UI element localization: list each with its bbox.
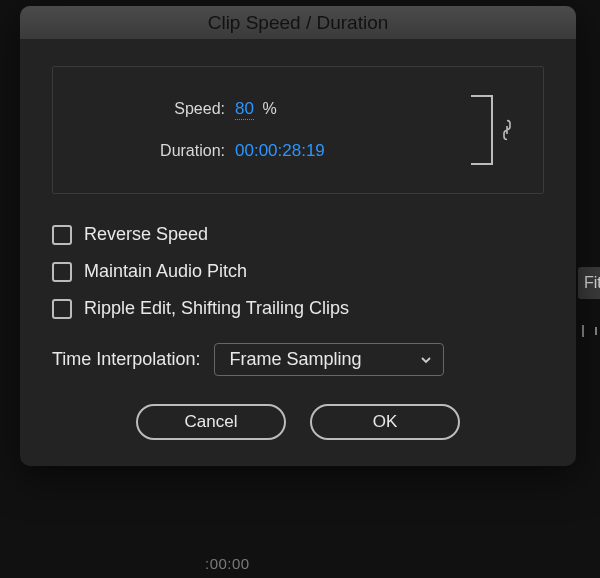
cancel-button-label: Cancel (185, 412, 238, 432)
maintain-pitch-row[interactable]: Maintain Audio Pitch (52, 261, 544, 282)
dialog-titlebar[interactable]: Clip Speed / Duration (20, 6, 576, 40)
speed-value-input[interactable]: 80 (235, 99, 254, 120)
bracket-icon (471, 95, 493, 165)
chevron-down-icon (419, 353, 433, 367)
cancel-button[interactable]: Cancel (136, 404, 286, 440)
ripple-edit-row[interactable]: Ripple Edit, Shifting Trailing Clips (52, 298, 544, 319)
time-interpolation-label: Time Interpolation: (52, 349, 200, 370)
dialog-title: Clip Speed / Duration (208, 12, 389, 34)
reverse-speed-checkbox[interactable] (52, 225, 72, 245)
reverse-speed-label: Reverse Speed (84, 224, 208, 245)
reverse-speed-row[interactable]: Reverse Speed (52, 224, 544, 245)
maintain-pitch-checkbox[interactable] (52, 262, 72, 282)
speed-duration-group: Speed: 80 % Duration: 00:00:28:19 (52, 66, 544, 194)
speed-duration-link[interactable] (463, 95, 521, 165)
speed-label: Speed: (75, 100, 225, 118)
ok-button[interactable]: OK (310, 404, 460, 440)
link-icon (501, 118, 513, 142)
ripple-edit-checkbox[interactable] (52, 299, 72, 319)
duration-value-input[interactable]: 00:00:28:19 (235, 141, 325, 160)
speed-value-cell: 80 % (235, 99, 449, 119)
maintain-pitch-label: Maintain Audio Pitch (84, 261, 247, 282)
clip-speed-duration-dialog: Clip Speed / Duration Speed: 80 % Durati… (20, 6, 576, 466)
fit-zoom-control[interactable]: Fit (578, 267, 600, 299)
speed-percent-suffix: % (262, 100, 276, 117)
ok-button-label: OK (373, 412, 398, 432)
time-interpolation-value: Frame Sampling (229, 349, 361, 370)
fit-label: Fit (584, 274, 600, 292)
duration-label: Duration: (75, 142, 225, 160)
ripple-edit-label: Ripple Edit, Shifting Trailing Clips (84, 298, 349, 319)
timeline-timecode: :00:00 (205, 555, 250, 572)
time-interpolation-select[interactable]: Frame Sampling (214, 343, 444, 376)
